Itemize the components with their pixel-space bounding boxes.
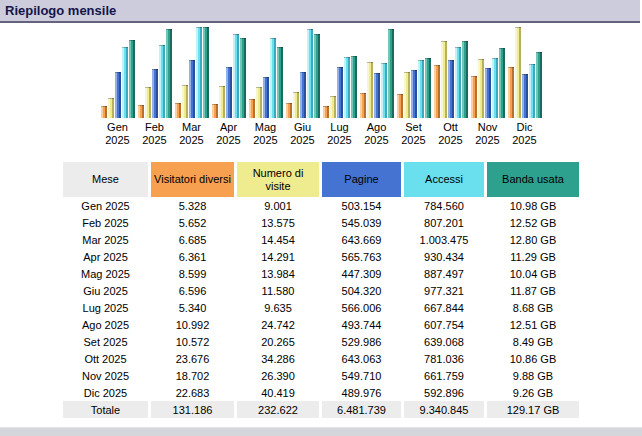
value-cell: 10.04 GB	[487, 265, 579, 282]
value-cell: 12.51 GB	[487, 316, 579, 333]
total-row: Totale131.186232.6226.481.7399.340.84512…	[63, 401, 579, 418]
value-cell: 9.001	[237, 197, 319, 214]
value-cell: 13.984	[237, 265, 319, 282]
value-cell: 607.754	[404, 316, 484, 333]
visits-bar	[108, 98, 114, 118]
pages-bar	[485, 68, 491, 118]
value-cell: 12.52 GB	[487, 214, 579, 231]
month-label: Mar2025	[175, 121, 209, 147]
column-header-mese: Mese	[63, 162, 148, 197]
value-cell: 545.039	[322, 214, 401, 231]
bandwidth-bar	[240, 38, 246, 118]
title-divider	[0, 21, 640, 23]
visitors-bar	[434, 65, 440, 118]
month-cell: Giu 2025	[63, 282, 148, 299]
value-cell: 493.744	[322, 316, 401, 333]
table-header-row: MeseVisitatori diversiNumero di visitePa…	[63, 162, 579, 197]
month-bars	[434, 27, 468, 118]
value-cell: 930.434	[404, 248, 484, 265]
table-row: Mag 20258.59913.984447.309887.49710.04 G…	[63, 265, 579, 282]
value-cell: 592.896	[404, 384, 484, 401]
month-label: Mag2025	[249, 121, 283, 147]
month-bars	[397, 27, 431, 118]
month-cell: Dic 2025	[63, 384, 148, 401]
value-cell: 566.006	[322, 299, 401, 316]
bandwidth-bar	[499, 48, 505, 118]
table-row: Set 202510.57220.265529.986639.0688.49 G…	[63, 333, 579, 350]
month-bars	[323, 27, 357, 118]
value-cell: 13.575	[237, 214, 319, 231]
bandwidth-bar	[314, 34, 320, 118]
pages-bar	[115, 72, 121, 118]
bandwidth-bar	[277, 47, 283, 118]
value-cell: 807.201	[404, 214, 484, 231]
value-cell: 661.759	[404, 367, 484, 384]
value-cell: 1.003.475	[404, 231, 484, 248]
month-group: Set2025	[397, 27, 431, 147]
pages-bar	[263, 77, 269, 118]
value-cell: 503.154	[322, 197, 401, 214]
value-cell: 565.763	[322, 248, 401, 265]
hits-bar	[492, 58, 498, 118]
visitors-bar	[508, 67, 514, 118]
month-group: Mar2025	[175, 27, 209, 147]
pages-bar	[189, 60, 195, 118]
value-cell: 10.992	[151, 316, 234, 333]
visitors-bar	[323, 106, 329, 118]
hits-bar	[418, 60, 424, 118]
month-group: Apr2025	[212, 27, 246, 147]
bandwidth-bar	[203, 27, 209, 118]
bandwidth-bar	[388, 29, 394, 118]
visits-bar	[293, 92, 299, 118]
table-row: Apr 20256.36114.291565.763930.43411.29 G…	[63, 248, 579, 265]
month-cell: Lug 2025	[63, 299, 148, 316]
value-cell: 8.599	[151, 265, 234, 282]
total-value-cell: 232.622	[237, 401, 319, 418]
total-value-cell: 9.340.845	[404, 401, 484, 418]
month-label: Feb2025	[138, 121, 172, 147]
value-cell: 529.986	[322, 333, 401, 350]
value-cell: 23.676	[151, 350, 234, 367]
month-label: Lug2025	[323, 121, 357, 147]
hits-bar	[233, 34, 239, 118]
value-cell: 784.560	[404, 197, 484, 214]
month-group: Ago2025	[360, 27, 394, 147]
value-cell: 11.580	[237, 282, 319, 299]
bandwidth-bar	[129, 40, 135, 118]
column-header-bandwidth: Banda usata	[487, 162, 579, 197]
visits-bar	[441, 41, 447, 118]
value-cell: 489.976	[322, 384, 401, 401]
pages-bar	[411, 70, 417, 118]
month-group: Giu2025	[286, 27, 320, 147]
hits-bar	[122, 47, 128, 118]
pages-bar	[337, 67, 343, 118]
month-cell: Ago 2025	[63, 316, 148, 333]
month-label: Ago2025	[360, 121, 394, 147]
visits-bar	[515, 27, 521, 118]
table-row: Nov 202518.70226.390549.710661.7599.88 G…	[63, 367, 579, 384]
column-header-visitors: Visitatori diversi	[151, 162, 234, 197]
month-cell: Gen 2025	[63, 197, 148, 214]
month-group: Mag2025	[249, 27, 283, 147]
visits-bar	[256, 87, 262, 118]
value-cell: 24.742	[237, 316, 319, 333]
column-header-hits: Accessi	[404, 162, 484, 197]
month-group: Feb2025	[138, 27, 172, 147]
total-value-cell: 6.481.739	[322, 401, 401, 418]
value-cell: 6.685	[151, 231, 234, 248]
table-row: Lug 20255.3409.635566.006667.8448.68 GB	[63, 299, 579, 316]
month-cell: Apr 2025	[63, 248, 148, 265]
month-group: Gen2025	[101, 27, 135, 147]
visitors-bar	[471, 76, 477, 118]
value-cell: 9.635	[237, 299, 319, 316]
value-cell: 447.309	[322, 265, 401, 282]
bandwidth-bar	[351, 56, 357, 118]
month-cell: Feb 2025	[63, 214, 148, 231]
month-bars	[175, 27, 209, 118]
monthly-summary-page: Riepilogo mensile Gen2025Feb2025Mar2025A…	[0, 0, 642, 436]
total-value-cell: 129.17 GB	[487, 401, 579, 418]
pages-bar	[152, 69, 158, 118]
value-cell: 26.390	[237, 367, 319, 384]
hits-bar	[270, 38, 276, 118]
hits-bar	[381, 63, 387, 118]
